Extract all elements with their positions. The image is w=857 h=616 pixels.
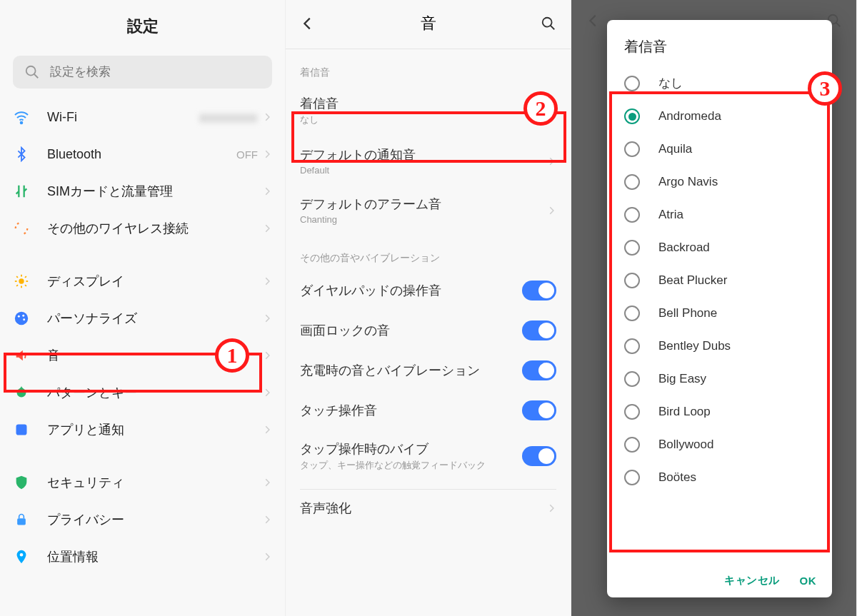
radio-icon [624,207,640,223]
settings-row[interactable]: BluetoothOFF [0,136,285,173]
setting-row[interactable]: タッチ操作音 [286,390,571,430]
chevron-right-icon [546,156,556,166]
ringtone-option[interactable]: Bollywood [607,428,832,461]
search-box[interactable] [13,56,272,89]
settings-row-label: アプリと通知 [47,421,262,438]
ringtone-option[interactable]: Andromeda [607,100,832,133]
header: 音 [286,0,571,44]
setting-row[interactable]: 充電時の音とバイブレーション [286,350,571,390]
svg-line-11 [25,276,26,278]
setting-row[interactable]: 画面ロックの音 [286,310,571,350]
ringtone-option[interactable]: Aquila [607,133,832,166]
search-input[interactable] [50,65,261,79]
ringtone-option[interactable]: Argo Navis [607,166,832,198]
radio-icon [624,371,640,387]
ringtone-option[interactable]: Big Easy [607,363,832,395]
setting-row[interactable]: デフォルトのアラーム音Chanting [286,186,571,235]
svg-line-8 [16,276,18,278]
ringtone-option-label: Boötes [658,470,696,485]
settings-row-label: セキュリティ [47,474,262,491]
ringtone-dialog: 着信音 なしAndromedaAquilaArgo NavisAtriaBack… [607,20,832,597]
settings-row[interactable]: SIMカードと流量管理 [0,173,285,210]
toggle-switch[interactable] [522,281,556,301]
svg-line-22 [836,23,841,27]
patterns-icon [13,384,30,401]
chevron-right-icon [546,106,556,116]
chevron-right-icon [262,186,272,196]
chevron-right-icon [262,149,272,159]
section-header-other: その他の音やバイブレーション [286,235,571,271]
setting-label: デフォルトのアラーム音 [300,196,546,213]
ringtone-option[interactable]: なし [607,66,832,100]
ok-button[interactable]: OK [800,574,817,587]
svg-point-3 [19,278,24,283]
radio-icon [624,76,640,91]
setting-label: デフォルトの通知音 [300,146,546,163]
setting-label: タッチ操作音 [300,402,522,419]
sound-icon [13,347,30,364]
settings-row[interactable]: その他のワイヤレス接続 [0,210,285,247]
toggle-switch[interactable] [522,320,556,340]
svg-point-18 [20,553,24,557]
ringtone-option-label: Big Easy [658,372,706,386]
dialog-actions: キャンセル OK [607,564,832,592]
setting-row[interactable]: 着信音なし [286,85,571,136]
ringtone-option-label: Bird Loop [658,405,711,419]
settings-panel: 設定 Wi-Fi▮▮▮▮▮▮▮▮▮BluetoothOFFSIMカードと流量管理… [0,0,286,616]
ringtone-option[interactable]: Bell Phone [607,297,832,330]
search-icon[interactable] [541,16,556,31]
ringtone-option-label: Bollywood [658,438,714,452]
chevron-right-icon [262,313,272,323]
setting-sublabel: Default [300,165,546,176]
ringtone-option[interactable]: Bentley Dubs [607,330,832,363]
cancel-button[interactable]: キャンセル [724,574,780,587]
settings-row[interactable]: プライバシー [0,501,285,538]
section-header-ringtone: 着信音 [286,49,571,85]
svg-line-20 [551,26,555,30]
settings-row[interactable]: ディスプレイ [0,263,285,300]
svg-point-13 [18,315,20,318]
settings-row-label: その他のワイヤレス接続 [47,220,262,237]
ringtone-option[interactable]: Backroad [607,231,832,264]
ringtone-option-label: Andromeda [658,109,721,123]
personalize-icon [13,310,30,327]
page-title: 設定 [0,0,285,50]
settings-row-label: パターンとキー [47,384,262,401]
radio-icon [624,470,640,485]
setting-row[interactable]: デフォルトの通知音Default [286,136,571,186]
settings-row[interactable]: アプリと通知 [0,411,285,448]
toggle-switch[interactable] [522,400,556,420]
toggle-switch[interactable] [522,446,556,466]
chevron-right-icon [262,350,272,360]
ringtone-option-label: Atria [658,208,683,222]
settings-row[interactable]: Wi-Fi▮▮▮▮▮▮▮▮▮ [0,99,285,136]
back-icon[interactable] [300,16,316,31]
settings-row[interactable]: 音 [0,337,285,374]
ringtone-option[interactable]: Bird Loop [607,395,832,428]
toggle-switch[interactable] [522,360,556,380]
ringtone-option[interactable]: Boötes [607,461,832,494]
setting-label: 着信音 [300,95,546,112]
apps-icon [13,421,30,438]
setting-row[interactable]: タップ操作時のバイブタップ、キー操作などの触覚フィードバック [286,430,571,482]
settings-row[interactable]: パーソナライズ [0,300,285,337]
ringtone-option-label: Beat Plucker [658,273,727,288]
radio-icon [624,240,640,256]
setting-sublabel: Chanting [300,214,546,225]
ringtone-option[interactable]: Beat Plucker [607,264,832,297]
chevron-right-icon [262,112,272,122]
radio-icon [624,306,640,321]
setting-row[interactable]: ダイヤルパッドの操作音 [286,271,571,310]
settings-row-label: 音 [47,347,262,364]
settings-row[interactable]: パターンとキー [0,374,285,411]
settings-row[interactable]: セキュリティ [0,464,285,501]
svg-point-2 [21,122,23,124]
svg-line-9 [25,285,26,286]
setting-row-audio-enhance[interactable]: 音声強化 [286,490,571,527]
settings-row[interactable]: 位置情報 [0,538,285,575]
chevron-right-icon [262,223,272,233]
chevron-right-icon [262,425,272,435]
sound-panel: 音 着信音 着信音なしデフォルトの通知音Defaultデフォルトのアラーム音Ch… [286,0,571,616]
radio-icon [624,108,640,124]
ringtone-option[interactable]: Atria [607,198,832,231]
